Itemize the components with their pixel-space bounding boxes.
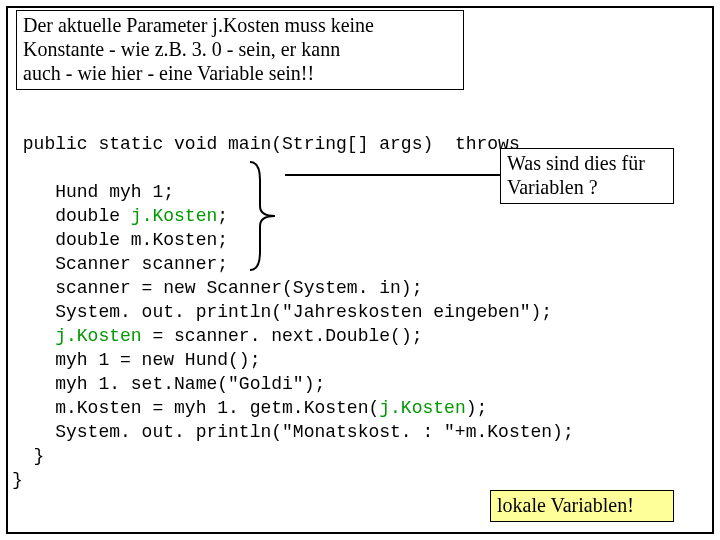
code-line: System. out. println("Jahreskosten einge… [12, 302, 552, 322]
code-line: myh 1. set.Name("Goldi"); [12, 374, 325, 394]
code-highlight: j.Kosten [55, 326, 141, 346]
code-line: System. out. println("Monatskost. : "+m.… [12, 422, 574, 442]
code-line: scanner = new Scanner(System. in); [12, 278, 422, 298]
code-line [12, 326, 55, 346]
answer-text: lokale Variablen! [497, 494, 634, 516]
code-line: } [12, 446, 44, 466]
code-line: args) throws [368, 134, 519, 154]
code-line: double m.Kosten; [12, 230, 228, 250]
answer-annotation: lokale Variablen! [490, 490, 674, 522]
tooltip-line: auch - wie hier - eine Variable sein!! [23, 61, 457, 85]
tooltip-annotation: Der aktuelle Parameter j.Kosten muss kei… [16, 10, 464, 90]
code-line: m.Kosten = myh 1. getm.Kosten( [12, 398, 379, 418]
callout-line: Was sind dies für [507, 151, 667, 175]
code-line: Hund myh 1; [12, 182, 174, 202]
code-line: Scanner scanner; [12, 254, 228, 274]
code-line: double [12, 206, 131, 226]
connector-line [285, 174, 500, 176]
code-line: } [12, 470, 23, 490]
tooltip-line: Der aktuelle Parameter j.Kosten muss kei… [23, 13, 457, 37]
code-block: public static void main(String[] args) t… [12, 108, 574, 492]
code-line: myh 1 = new Hund(); [12, 350, 260, 370]
tooltip-line: Konstante - wie z.B. 3. 0 - sein, er kan… [23, 37, 457, 61]
code-line: public static void main(String[] [12, 134, 368, 154]
code-highlight: j.Kosten [131, 206, 217, 226]
code-line: ; [217, 206, 228, 226]
code-line: ); [466, 398, 488, 418]
callout-line: Variablen ? [507, 175, 667, 199]
code-highlight: j.Kosten [379, 398, 465, 418]
brace-icon [245, 160, 285, 272]
code-line: = scanner. next.Double(); [142, 326, 423, 346]
callout-question: Was sind dies für Variablen ? [500, 148, 674, 204]
